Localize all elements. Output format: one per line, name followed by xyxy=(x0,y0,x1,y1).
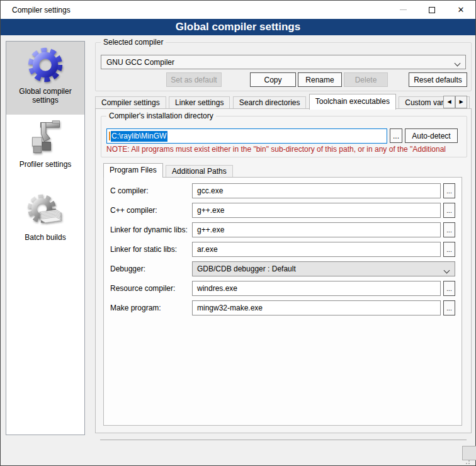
page-title: Global compiler settings xyxy=(1,19,475,35)
field-value: GDB/CDB debugger : Default xyxy=(197,264,296,273)
cpp-compiler-input[interactable]: g++.exe xyxy=(192,203,441,218)
field-label: Make program: xyxy=(110,304,192,312)
tab-compiler-settings[interactable]: Compiler settings xyxy=(95,96,166,110)
rename-button[interactable]: Rename xyxy=(298,72,342,87)
footer-divider xyxy=(100,440,467,440)
window-title: Compiler settings xyxy=(1,6,71,14)
arrow-left-icon: ◀ xyxy=(447,99,451,105)
dynamic-linker-row: Linker for dynamic libs: g++.exe ... xyxy=(110,222,455,237)
close-icon: ✕ xyxy=(458,6,465,14)
text-caret xyxy=(109,132,110,140)
field-label: Debugger: xyxy=(110,264,192,273)
field-label: C compiler: xyxy=(110,186,192,195)
chevron-down-icon xyxy=(455,61,460,66)
field-value: g++.exe xyxy=(197,206,224,215)
field-label: Linker for static libs: xyxy=(110,245,192,254)
field-value: gcc.exe xyxy=(197,186,223,195)
gray-gear-stack-icon xyxy=(25,191,65,231)
resource-compiler-row: Resource compiler: windres.exe ... xyxy=(110,281,455,296)
sidebar-item-label: Profiler settings xyxy=(17,160,74,169)
make-program-row: Make program: mingw32-make.exe ... xyxy=(110,300,455,315)
minimize-icon xyxy=(400,9,407,10)
delete-button: Delete xyxy=(344,72,388,87)
program-files-tabbar: Program Files Additional Paths xyxy=(103,163,234,177)
sidebar-item-profiler-settings[interactable]: Profiler settings xyxy=(6,115,84,188)
tab-search-directories[interactable]: Search directories xyxy=(233,96,307,110)
sidebar-item-label: Global compiler settings xyxy=(6,87,84,105)
chevron-down-icon xyxy=(444,268,449,273)
tab-program-files[interactable]: Program Files xyxy=(103,163,163,178)
make-program-input[interactable]: mingw32-make.exe xyxy=(192,300,441,315)
static-linker-input[interactable]: ar.exe xyxy=(192,242,441,257)
arrow-right-icon: ▶ xyxy=(459,99,463,105)
field-value: mingw32-make.exe xyxy=(197,304,263,312)
resource-compiler-input[interactable]: windres.exe xyxy=(192,281,441,296)
sidebar-item-batch-builds[interactable]: Batch builds xyxy=(6,188,84,261)
install-dir-note: NOTE: All programs must exist either in … xyxy=(106,145,465,154)
caliper-icon xyxy=(25,118,65,158)
tab-toolchain-executables[interactable]: Toolchain executables xyxy=(309,94,396,110)
group-label: Selected compiler xyxy=(101,38,166,47)
resource-compiler-browse-button[interactable]: ... xyxy=(443,281,455,296)
tab-scroll-right-button[interactable]: ▶ xyxy=(455,96,467,108)
debugger-select[interactable]: GDB/CDB debugger : Default xyxy=(192,261,455,276)
dialog-body: Global compiler settings xyxy=(1,35,475,465)
installation-directory-row: C:\raylib\MinGW ... Auto-detect xyxy=(106,128,462,144)
static-linker-browse-button[interactable]: ... xyxy=(443,242,455,257)
tab-scroll-left-button[interactable]: ◀ xyxy=(443,96,455,108)
maximize-button[interactable] xyxy=(417,1,446,19)
copy-button[interactable]: Copy xyxy=(250,72,296,87)
autodetect-button[interactable]: Auto-detect xyxy=(405,128,458,143)
sidebar-item-label: Batch builds xyxy=(22,233,68,242)
selected-compiler-group: Selected compiler GNU GCC Compiler Set a… xyxy=(95,42,472,91)
settings-category-list: Global compiler settings xyxy=(6,41,85,435)
dynamic-linker-input[interactable]: g++.exe xyxy=(192,222,441,237)
set-as-default-button: Set as default xyxy=(166,72,222,87)
title-bar: Compiler settings ✕ xyxy=(1,1,475,19)
field-label: Resource compiler: xyxy=(110,284,192,293)
toolchain-executables-page: Compiler's installation directory C:\ray… xyxy=(95,108,472,433)
install-dir-input[interactable]: C:\raylib\MinGW xyxy=(106,128,387,144)
cpp-compiler-browse-button[interactable]: ... xyxy=(443,203,455,218)
installation-directory-group: Compiler's installation directory C:\ray… xyxy=(101,116,467,157)
field-value: windres.exe xyxy=(197,284,237,293)
close-button[interactable]: ✕ xyxy=(446,1,475,19)
tab-linker-settings[interactable]: Linker settings xyxy=(169,96,230,110)
install-dir-value: C:\raylib\MinGW xyxy=(111,131,167,142)
blue-gear-icon xyxy=(25,45,65,85)
make-program-browse-button[interactable]: ... xyxy=(443,300,455,315)
main-panel: Selected compiler GNU GCC Compiler Set a… xyxy=(95,35,472,466)
compiler-settings-dialog: Compiler settings ✕ Global compiler sett… xyxy=(0,0,476,466)
tab-additional-paths[interactable]: Additional Paths xyxy=(166,165,233,178)
install-dir-browse-button[interactable]: ... xyxy=(390,128,402,143)
reset-defaults-button[interactable]: Reset defaults xyxy=(409,72,467,87)
c-compiler-input[interactable]: gcc.exe xyxy=(192,183,441,198)
minimize-button[interactable] xyxy=(388,1,417,19)
program-files-panel: C compiler: gcc.exe ... C++ compiler: g+… xyxy=(103,177,462,426)
c-compiler-row: C compiler: gcc.exe ... xyxy=(110,183,455,198)
static-linker-row: Linker for static libs: ar.exe ... xyxy=(110,242,455,257)
maximize-icon xyxy=(429,7,435,13)
caption-buttons: ✕ xyxy=(388,1,475,19)
field-label: Linker for dynamic libs: xyxy=(110,225,192,234)
field-label: C++ compiler: xyxy=(110,206,192,215)
debugger-row: Debugger: GDB/CDB debugger : Default xyxy=(110,261,455,276)
resize-grip[interactable] xyxy=(464,458,470,465)
compiler-select[interactable]: GNU GCC Compiler xyxy=(101,55,466,69)
group-label: Compiler's installation directory xyxy=(106,111,216,120)
dynamic-linker-browse-button[interactable]: ... xyxy=(443,222,455,237)
field-value: ar.exe xyxy=(197,245,218,254)
field-value: g++.exe xyxy=(197,225,224,234)
cpp-compiler-row: C++ compiler: g++.exe ... xyxy=(110,203,455,218)
sidebar-item-global-compiler-settings[interactable]: Global compiler settings xyxy=(6,42,84,115)
c-compiler-browse-button[interactable]: ... xyxy=(443,183,455,198)
compiler-actions: Set as default Copy Rename Delete Reset … xyxy=(101,72,466,87)
settings-tabbar: Compiler settings Linker settings Search… xyxy=(95,94,472,109)
compiler-select-value: GNU GCC Compiler xyxy=(106,58,174,67)
